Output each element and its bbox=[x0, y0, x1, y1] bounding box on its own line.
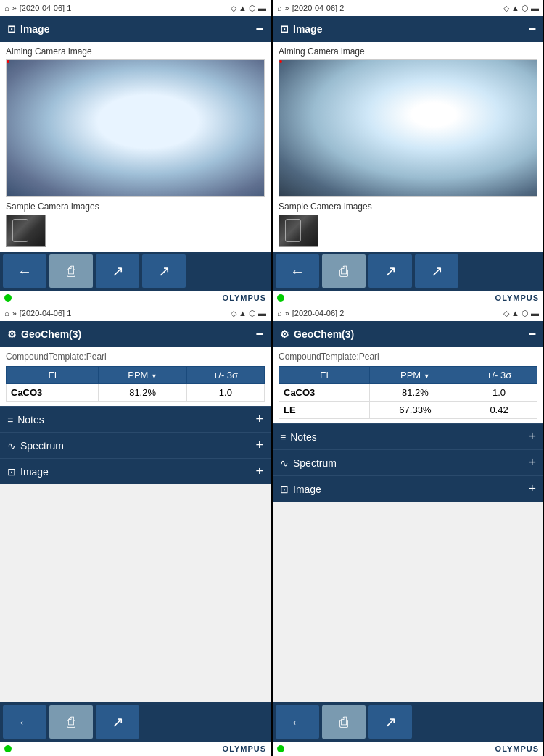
right-print-btn[interactable]: ⎙ bbox=[322, 254, 366, 288]
right-template-label: CompoundTemplate:Pearl bbox=[279, 352, 537, 362]
left-image-row-label: Image bbox=[20, 466, 49, 478]
left-template-label: CompoundTemplate:Pearl bbox=[6, 352, 265, 362]
left-bottom-nav: ← ⎙ ↗ bbox=[0, 702, 271, 742]
left-image-collapse-btn[interactable]: − bbox=[255, 22, 263, 37]
left-col-el: El bbox=[7, 367, 99, 384]
right-image-section-icon bbox=[280, 23, 289, 35]
left-aiming-label: Aiming Camera image bbox=[6, 46, 265, 57]
right-cell-ppm-0: 81.2% bbox=[369, 384, 461, 402]
right-sample-thumb bbox=[279, 215, 318, 247]
left-top-button-bar: ← ⎙ ↗ ↗ bbox=[0, 252, 271, 291]
left-print-btn[interactable]: ⎙ bbox=[49, 254, 93, 288]
left-image-section: Aiming Camera image Sample Camera images bbox=[0, 42, 271, 252]
right-table-row-0: CaCO3 81.2% 1.0 bbox=[279, 384, 537, 402]
right-bottom-nav: ← ⎙ ↗ bbox=[273, 702, 543, 742]
right-gps-icon-2: ◇ bbox=[503, 309, 509, 318]
right-back-btn[interactable]: ← bbox=[276, 254, 319, 288]
left-col-ppm[interactable]: PPM ▼ bbox=[99, 367, 186, 384]
left-image-title-group: Image bbox=[7, 23, 49, 35]
left-image-row-title: Image bbox=[7, 466, 49, 478]
left-spectrum-row[interactable]: Spectrum + bbox=[0, 432, 271, 458]
right-cell-ppm-1: 67.33% bbox=[369, 402, 461, 419]
left-bottom-back-btn[interactable]: ← bbox=[3, 705, 46, 739]
left-geochem-title: GeoChem(3) bbox=[21, 328, 81, 340]
right-bottom-expand-btn[interactable]: ↗ bbox=[368, 705, 412, 739]
left-expand2-btn[interactable]: ↗ bbox=[142, 254, 186, 288]
left-red-circle bbox=[7, 60, 9, 63]
right-bottom-back-btn[interactable]: ← bbox=[276, 705, 319, 739]
right-home-icon-2[interactable] bbox=[277, 309, 282, 317]
left-geochem-title-group: GeoChem(3) bbox=[7, 328, 81, 340]
left-cell-el-0: CaCO3 bbox=[7, 384, 99, 402]
left-geochem-body: CompoundTemplate:Pearl El PPM ▼ +/- 3σ C… bbox=[0, 347, 271, 406]
right-green-dot-final bbox=[277, 745, 284, 752]
right-expand1-btn[interactable]: ↗ bbox=[368, 254, 412, 288]
right-notes-plus[interactable]: + bbox=[528, 429, 536, 444]
right-image-section: Aiming Camera image Sample Camera images bbox=[273, 42, 543, 252]
left-table-row-0: CaCO3 81.2% 1.0 bbox=[7, 384, 265, 402]
right-battery-icon-2: ▬ bbox=[531, 309, 539, 317]
right-notes-row[interactable]: Notes + bbox=[273, 423, 543, 449]
right-cell-el-1: LE bbox=[279, 402, 370, 419]
right-geochem-collapse-btn[interactable]: − bbox=[528, 327, 536, 342]
right-col-ppm[interactable]: PPM ▼ bbox=[369, 367, 461, 384]
right-home-icon[interactable] bbox=[277, 4, 282, 12]
left-notes-plus[interactable]: + bbox=[255, 412, 263, 427]
image-row-icon bbox=[7, 466, 16, 478]
right-status-icons-2: ◇ ▲ ⬡ ▬ bbox=[503, 309, 539, 318]
sort-arrow-ppm: ▼ bbox=[151, 373, 157, 380]
right-breadcrumb: [2020-04-06] 2 bbox=[292, 4, 500, 12]
left-green-dot-1 bbox=[4, 294, 12, 302]
left-notes-row[interactable]: Notes + bbox=[0, 406, 271, 432]
right-green-dot-1 bbox=[277, 294, 284, 302]
right-image-row[interactable]: Image + bbox=[273, 475, 543, 502]
left-bottom-print-btn[interactable]: ⎙ bbox=[49, 705, 93, 739]
left-data-table: El PPM ▼ +/- 3σ CaCO3 81.2% 1.0 bbox=[6, 366, 265, 402]
right-camera-image bbox=[279, 59, 537, 197]
left-back-btn[interactable]: ← bbox=[3, 254, 46, 288]
left-olympus-final: OLYMPUS bbox=[223, 744, 266, 753]
chevron-icon-2: » bbox=[12, 309, 17, 317]
home-icon-2[interactable] bbox=[4, 309, 9, 317]
right-geochem-title: GeoChem(3) bbox=[294, 328, 354, 340]
right-chevron-icon-2: » bbox=[285, 309, 289, 317]
left-image-plus[interactable]: + bbox=[255, 464, 263, 479]
right-usb-icon: ⬡ bbox=[522, 4, 529, 13]
wifi-icon-2: ▲ bbox=[239, 309, 247, 317]
left-breadcrumb-2: [2020-04-06] 1 bbox=[20, 309, 228, 317]
left-status-bar-2: » [2020-04-06] 1 ◇ ▲ ⬡ ▬ bbox=[0, 305, 271, 321]
right-status-bar: » [2020-04-06] 2 ◇ ▲ ⬡ ▬ bbox=[273, 0, 543, 16]
right-spectrum-row[interactable]: Spectrum + bbox=[273, 449, 543, 475]
right-image-collapse-btn[interactable]: − bbox=[528, 22, 536, 37]
right-olympus-logo-1: OLYMPUS bbox=[495, 294, 539, 302]
left-notes-label: Notes bbox=[17, 414, 44, 425]
right-spectrum-plus[interactable]: + bbox=[528, 455, 536, 470]
right-cell-el-0: CaCO3 bbox=[279, 384, 370, 402]
left-bottom-expand-btn[interactable]: ↗ bbox=[96, 705, 139, 739]
right-image-row-icon bbox=[280, 483, 289, 495]
image-section-icon bbox=[7, 23, 16, 35]
left-geochem-collapse-btn[interactable]: − bbox=[255, 327, 263, 342]
right-image-plus[interactable]: + bbox=[528, 481, 536, 497]
right-breadcrumb-2: [2020-04-06] 2 bbox=[292, 309, 500, 317]
right-expand2-btn[interactable]: ↗ bbox=[415, 254, 458, 288]
spectrum-icon bbox=[7, 440, 16, 452]
left-image-header: Image − bbox=[0, 16, 271, 42]
right-image-title-group: Image bbox=[280, 23, 322, 35]
gps-icon: ◇ bbox=[231, 4, 236, 13]
wifi-icon: ▲ bbox=[239, 4, 247, 12]
right-geochem-title-group: GeoChem(3) bbox=[280, 328, 354, 340]
right-battery-icon: ▬ bbox=[531, 4, 539, 12]
left-expand1-btn[interactable]: ↗ bbox=[96, 254, 139, 288]
right-bottom-print-btn[interactable]: ⎙ bbox=[322, 705, 366, 739]
right-final-status: OLYMPUS bbox=[273, 742, 543, 756]
home-icon[interactable] bbox=[4, 4, 9, 12]
left-image-row[interactable]: Image + bbox=[0, 458, 271, 484]
right-wifi-icon: ▲ bbox=[511, 4, 519, 12]
left-panel: » [2020-04-06] 1 ◇ ▲ ⬡ ▬ Image − Aiming … bbox=[0, 0, 271, 756]
gps-icon-2: ◇ bbox=[231, 309, 236, 318]
right-bottom-status-1: OLYMPUS bbox=[273, 291, 543, 305]
left-sample-label: Sample Camera images bbox=[6, 202, 265, 212]
left-spectrum-title: Spectrum bbox=[7, 440, 64, 452]
left-spectrum-plus[interactable]: + bbox=[255, 438, 263, 453]
